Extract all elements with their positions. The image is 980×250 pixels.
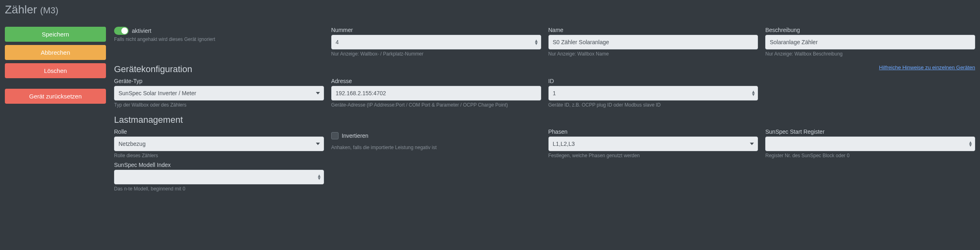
sunspec-index-cell: SunSpec Modell Index ▲▼ Das n-te Modell,… [114, 162, 324, 192]
beschreibung-input[interactable] [765, 35, 975, 49]
delete-button[interactable]: Löschen [5, 63, 106, 78]
adresse-input[interactable] [331, 86, 541, 100]
id-label: ID [548, 78, 758, 84]
main-form: aktiviert Falls nicht angehakt wird dies… [114, 27, 975, 192]
phasen-select[interactable]: L1,L2,L3 [548, 137, 758, 151]
name-cell: Name Nur Anzeige: Wallbox Name [548, 27, 758, 58]
id-input[interactable] [548, 86, 758, 100]
invertieren-checkbox[interactable] [331, 132, 339, 139]
adresse-help: Geräte-Adresse (IP Addresse:Port / COM P… [331, 102, 541, 109]
title-main: Zähler [5, 3, 37, 16]
phasen-help: Festlegen, welche Phasen genutzt werden [548, 153, 758, 159]
help-link[interactable]: Hilfreiche Hinweise zu einzelnen Geräten [879, 64, 975, 71]
sunspec-start-help: Register Nr. des SunSpec Block oder 0 [765, 153, 975, 159]
invertieren-help: Anhaken, falls die importierte Leistung … [331, 145, 541, 151]
reset-device-button[interactable]: Gerät zurücksetzen [5, 89, 106, 104]
nummer-label: Nummer [331, 27, 541, 33]
id-help: Geräte ID, z.B. OCPP plug ID oder Modbus… [548, 102, 758, 109]
geraete-typ-cell: Geräte-Typ SunSpec Solar Inverter / Mete… [114, 78, 324, 109]
page-title: Zähler (M3) [5, 3, 975, 16]
beschreibung-cell: Beschreibung Nur Anzeige: Wallbox Beschr… [765, 27, 975, 58]
name-help: Nur Anzeige: Wallbox Name [548, 51, 758, 58]
sunspec-start-cell: SunSpec Start Register ▲▼ Register Nr. d… [765, 128, 975, 159]
sunspec-index-label: SunSpec Modell Index [114, 162, 324, 168]
nummer-help: Nur Anzeige: Wallbox- / Parkplatz-Nummer [331, 51, 541, 58]
save-button[interactable]: Speichern [5, 27, 106, 42]
sunspec-index-help: Das n-te Modell, beginnend mit 0 [114, 186, 324, 192]
cancel-button[interactable]: Abbrechen [5, 45, 106, 60]
geraete-typ-label: Geräte-Typ [114, 78, 324, 84]
sunspec-start-label: SunSpec Start Register [765, 128, 975, 135]
name-label: Name [548, 27, 758, 33]
action-sidebar: Speichern Abbrechen Löschen Gerät zurück… [5, 27, 106, 192]
adresse-label: Adresse [331, 78, 541, 84]
section-load-title: Lastmanagement [114, 115, 975, 125]
activated-toggle[interactable] [114, 27, 129, 35]
beschreibung-help: Nur Anzeige: Wallbox Beschreibung [765, 51, 975, 58]
id-cell: ID ▲▼ Geräte ID, z.B. OCPP plug ID oder … [548, 78, 758, 109]
rolle-select[interactable]: Netzbezug [114, 137, 324, 151]
name-input[interactable] [548, 35, 758, 49]
activated-label: aktiviert [132, 28, 151, 34]
geraete-typ-help: Typ der Wallbox oder des Zählers [114, 102, 324, 109]
invertieren-cell: Invertieren Anhaken, falls die importier… [331, 128, 541, 151]
phasen-label: Phasen [548, 128, 758, 135]
sunspec-index-input[interactable] [114, 170, 324, 184]
phasen-cell: Phasen L1,L2,L3 Festlegen, welche Phasen… [548, 128, 758, 159]
geraete-typ-select[interactable]: SunSpec Solar Inverter / Meter [114, 86, 324, 100]
rolle-help: Rolle dieses Zählers [114, 153, 324, 159]
section-config-title: Gerätekonfiguration [114, 64, 192, 75]
beschreibung-label: Beschreibung [765, 27, 975, 33]
rolle-label: Rolle [114, 128, 324, 135]
title-sub: (M3) [40, 5, 58, 15]
nummer-cell: Nummer ▲▼ Nur Anzeige: Wallbox- / Parkpl… [331, 27, 541, 58]
adresse-cell: Adresse Geräte-Adresse (IP Addresse:Port… [331, 78, 541, 109]
invertieren-label: Invertieren [342, 132, 368, 139]
sunspec-start-input[interactable] [765, 137, 975, 151]
nummer-input[interactable] [331, 35, 541, 49]
rolle-cell: Rolle Netzbezug Rolle dieses Zählers [114, 128, 324, 159]
activated-cell: aktiviert Falls nicht angehakt wird dies… [114, 27, 324, 43]
activated-help: Falls nicht angehakt wird dieses Gerät i… [114, 36, 324, 43]
